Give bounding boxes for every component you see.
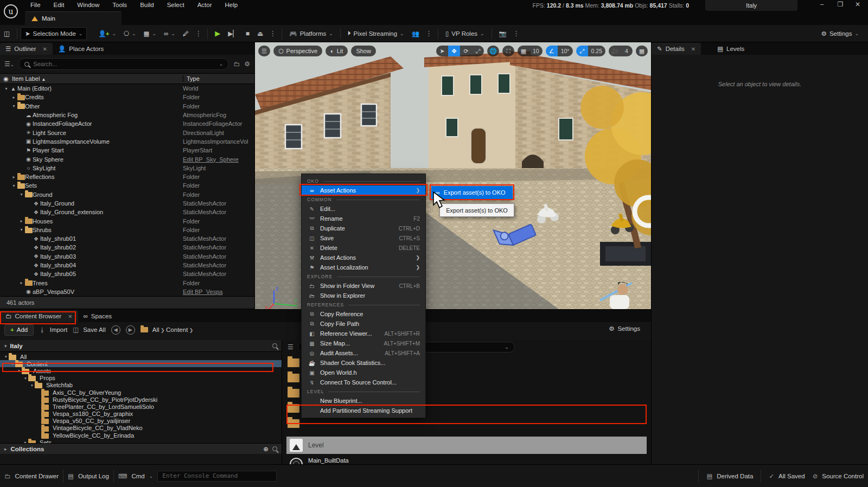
tab-outliner[interactable]: ☰ Outliner✕ <box>0 43 53 55</box>
outliner-row[interactable]: ▾OtherFolder <box>0 102 254 111</box>
console-command-input[interactable] <box>157 471 277 482</box>
pixel-streaming-dropdown[interactable]: ⏵Pixel Streaming⌄ <box>344 27 408 40</box>
cinematics-dropdown[interactable]: ▦⌄ <box>140 27 160 40</box>
context-item-open-world-h[interactable]: ▣Open World.h <box>302 368 425 377</box>
filter-icon[interactable]: ☰⌄ <box>4 60 14 68</box>
lit-dropdown[interactable]: ◐Lit <box>326 46 348 56</box>
menu-tools[interactable]: Tools <box>106 0 133 8</box>
folder-tree-row[interactable]: Vespa_v50_CC_by_yailjinser <box>0 418 282 425</box>
expander-icon[interactable]: ▸ <box>23 440 28 443</box>
outliner-row[interactable]: ☁Atmospheric FogAtmosphericFog <box>0 111 254 119</box>
vp-roles-dropdown[interactable]: ▯VP Roles⌄ <box>442 27 488 40</box>
tab-details[interactable]: ✎ Details✕ <box>652 43 701 55</box>
expander-icon[interactable]: ▾ <box>11 104 17 108</box>
add-actor-dropdown[interactable]: 👤+⌄ <box>94 27 120 40</box>
outliner-column-header[interactable]: ◉ Item Label ▲ Type <box>0 73 254 84</box>
content-drawer-button[interactable]: 🗀Content Drawer <box>4 473 59 479</box>
outliner-row[interactable]: ▸HousesFolder <box>0 216 254 225</box>
new-folder-icon[interactable]: 🗀 <box>233 60 240 68</box>
context-item-size-map-[interactable]: ▦Size Map...ALT+SHIFT+M <box>302 338 425 348</box>
outliner-row[interactable]: ❖Italy_shrub05StaticMeshActor <box>0 270 254 278</box>
all-saved-button[interactable]: ✓All Saved <box>769 472 805 480</box>
menu-build[interactable]: Build <box>133 0 161 8</box>
output-log-button[interactable]: ▤Output Log <box>68 472 109 480</box>
outliner-search[interactable]: ⌄ <box>18 58 229 70</box>
camera-kebab[interactable]: ⋮ <box>510 29 522 37</box>
rotation-snap-value[interactable]: 10° <box>558 46 573 56</box>
asset-folder-row[interactable] <box>288 374 302 385</box>
expander-icon[interactable]: ▸ <box>11 175 17 180</box>
context-item-reference-viewer-[interactable]: ◧Reference Viewer...ALT+SHIFT+R <box>302 329 425 338</box>
grid-snap-value[interactable]: 10 <box>529 46 542 56</box>
asset-folder-row[interactable] <box>288 404 302 415</box>
breadcrumb-all[interactable]: All <box>152 326 159 333</box>
camera-speed-value[interactable]: 4 <box>621 46 633 56</box>
landscape-tool-button[interactable]: 🖉 <box>179 27 193 40</box>
outliner-row[interactable]: ◉InstancedFoliageActorInstancedFoliageAc… <box>0 119 254 128</box>
menu-edit[interactable]: Edit <box>47 0 71 8</box>
context-item-show-in-folder-view[interactable]: 🗀Show in Folder ViewCTRL+B <box>302 281 425 291</box>
world-space-icon[interactable]: 🌐 <box>487 46 499 56</box>
stop-button[interactable]: ■ <box>242 27 253 40</box>
visibility-eye-icon[interactable]: ◉ <box>0 75 12 82</box>
filter-icon[interactable]: ☰ <box>288 343 293 351</box>
folder-tree-row[interactable]: ▾ Assets <box>0 367 282 374</box>
folder-tree-row[interactable]: ▾ Sketchfab <box>0 382 282 389</box>
multi-user-button[interactable]: 👥 <box>408 27 423 40</box>
folder-tree-row[interactable]: TreePlanter_CC_by_LordSamueliSolo <box>0 403 282 410</box>
edit-blueprint-link[interactable]: Edit BP_Sky_Sphere <box>183 156 254 163</box>
rotation-snap-icon[interactable]: ∠ <box>546 46 558 56</box>
selection-mode-dropdown[interactable]: ➤ Selection Mode ⌄ <box>21 27 87 40</box>
folder-tree-row[interactable]: ▾ All <box>0 353 282 360</box>
context-item-shader-cook-statistics-[interactable]: ☕Shader Cook Statistics... <box>302 358 425 368</box>
maximize-button[interactable]: ❐ <box>832 0 848 10</box>
save-all-button[interactable]: ◫Save All <box>73 326 105 334</box>
multi-user-kebab[interactable]: ⋮ <box>423 29 435 37</box>
asset-folder-row[interactable] <box>288 358 302 369</box>
folder-tree-row[interactable]: YellowBicycle_CC_by_Erinada <box>0 432 282 439</box>
outliner-row[interactable]: ▾ShrubsFolder <box>0 226 254 234</box>
outliner-row[interactable]: ❖Italy_shrub02StaticMeshActor <box>0 243 254 252</box>
oko-dropdown[interactable]: ∞⌄ <box>160 27 179 40</box>
context-item-audit-assets-[interactable]: ◎Audit Assets...ALT+SHIFT+A <box>302 348 425 358</box>
tab-levels[interactable]: ▤ Levels <box>712 43 750 55</box>
menu-actor[interactable]: Actor <box>191 0 219 8</box>
outliner-row[interactable]: ☀Light SourceDirectionalLight <box>0 128 254 137</box>
folder-tree-row[interactable]: VintageBicycle_CC_by_VladNeko <box>0 425 282 432</box>
expander-icon[interactable]: ▾ <box>23 376 28 381</box>
outliner-row[interactable]: ▸TreesFolder <box>0 279 254 287</box>
select-tool-icon[interactable]: ➤ <box>436 46 448 56</box>
outliner-row[interactable]: ▾GroundFolder <box>0 190 254 199</box>
expander-icon[interactable]: ▾ <box>18 227 24 232</box>
menu-select[interactable]: Select <box>161 0 191 8</box>
context-item-rename[interactable]: ⌤RenameF2 <box>302 214 425 223</box>
breadcrumb-content[interactable]: Content <box>166 326 188 333</box>
add-collection-icon[interactable]: ⊕ <box>263 445 269 453</box>
outliner-row[interactable]: ▾SetsFolder <box>0 181 254 190</box>
search-icon[interactable] <box>272 343 277 348</box>
grid-snap-icon[interactable]: ▦ <box>518 46 529 56</box>
add-button[interactable]: +Add <box>4 324 34 336</box>
scale-snap-icon[interactable]: ⤢ <box>576 46 588 56</box>
tab-content-browser[interactable]: 🗀 Content Browser✕ <box>0 310 78 322</box>
asset-folder-row[interactable] <box>288 389 302 400</box>
search-icon[interactable] <box>272 446 277 451</box>
outliner-row[interactable]: ❖Italy_Ground_extensionStaticMeshActor <box>0 208 254 216</box>
outliner-row[interactable]: ❖Italy_shrub04StaticMeshActor <box>0 261 254 270</box>
folder-tree-row[interactable]: Vespa_ss180_CC_by_graphix <box>0 411 282 418</box>
perspective-dropdown[interactable]: ⬡Perspective <box>273 46 322 56</box>
context-item-asset-actions[interactable]: ∞Asset Actions❯ <box>302 185 425 195</box>
eject-button[interactable]: ⏏ <box>253 27 267 40</box>
play-button[interactable]: ▶ <box>211 27 224 40</box>
play-options-kebab[interactable]: ⋮ <box>267 29 278 37</box>
import-button[interactable]: ⭳Import <box>39 326 67 333</box>
context-item-edit-[interactable]: ✎Edit... <box>302 204 425 214</box>
camera-speed-icon[interactable]: 🎥 <box>609 46 621 56</box>
rotate-tool-icon[interactable]: ⟳ <box>460 46 472 56</box>
folder-tree-row[interactable]: Axis_CC_by_OliverYeung <box>0 389 282 396</box>
outliner-row[interactable]: ▸CreditsFolder <box>0 93 254 101</box>
outliner-row[interactable]: ▾▲Main (Editor)World <box>0 84 254 93</box>
expander-icon[interactable]: ▸ <box>18 280 24 285</box>
context-item-asset-actions[interactable]: ⚒Asset Actions❯ <box>302 253 425 262</box>
breadcrumb[interactable]: All ❯ Content ❯ <box>141 326 194 333</box>
